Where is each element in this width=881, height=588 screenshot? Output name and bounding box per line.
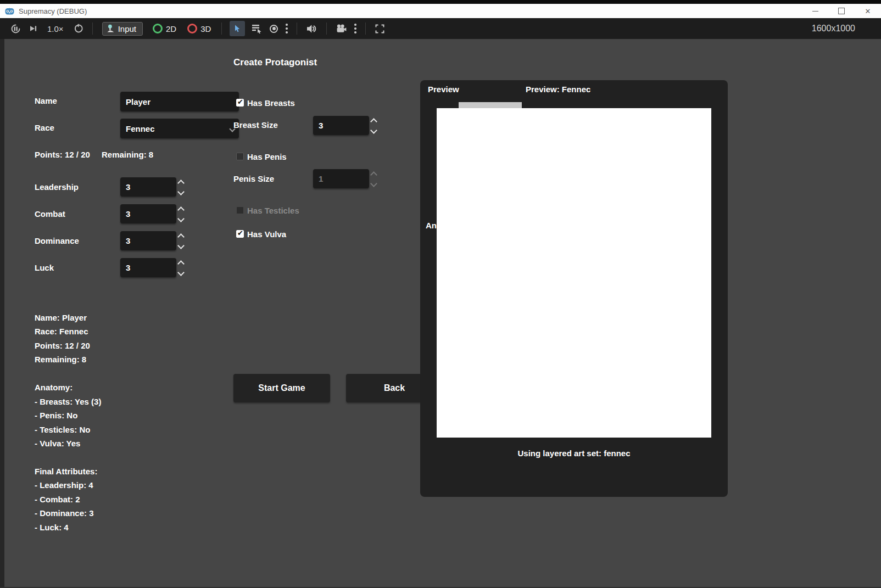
increment-icon[interactable] [177,233,185,240]
view-2d-button[interactable]: 2D [153,24,176,33]
decrement-icon [370,180,377,187]
attribute-label: Dominance [35,236,79,247]
fullscreen-icon [375,24,385,34]
has-penis-checkbox[interactable] [236,153,244,160]
summary-line: Remaining: 8 [35,352,101,366]
luck-stepper [179,261,183,275]
start-game-button[interactable]: Start Game [233,374,330,402]
godot-logo-icon [5,7,14,15]
decrement-icon[interactable] [177,242,185,249]
preview-tab-label: Preview [428,85,459,94]
points-label: Points: 12 / 20 [35,149,90,160]
increment-icon[interactable] [177,260,185,267]
input-mode-button[interactable]: Input [102,22,143,36]
has-breasts-checkbox[interactable] [236,99,244,107]
summary-line: - Testicles: No [35,423,101,436]
kebab-menu-icon [286,24,288,33]
camera-options-button[interactable] [354,24,356,33]
kebab-menu-icon [354,24,356,33]
node-picking-button[interactable] [252,24,262,33]
dominance-value: 3 [126,236,130,245]
next-frame-icon [29,24,37,33]
3d-ring-icon [187,24,197,33]
leadership-spinbox[interactable]: 3 [120,177,176,197]
luck-value: 3 [126,263,130,272]
has-penis-label: Has Penis [247,152,287,163]
2d-ring-icon [153,24,163,33]
has-vulva-checkbox[interactable] [236,230,244,238]
toolbar-separator [221,23,222,35]
attribute-label: Leadership [35,182,79,193]
window-title: Supremacy (DEBUG) [19,7,87,15]
name-input-value: Player [126,97,150,107]
luck-spinbox[interactable]: 3 [120,258,176,277]
window-controls: ✕ [802,4,881,18]
playback-speed-label[interactable]: 1.0× [47,24,64,33]
decrement-icon[interactable] [177,269,185,276]
page-title: Create Protagonist [233,57,317,68]
combat-spinbox[interactable]: 3 [120,204,176,223]
summary-line: - Luck: 4 [35,520,101,534]
summary-line [35,367,101,380]
increment-icon[interactable] [177,180,185,187]
dominance-stepper [179,234,183,248]
breast-size-label: Breast Size [233,120,278,131]
summary-line: Points: 12 / 20 [35,339,101,352]
viewport-left-edge [0,39,4,588]
embed-fullscreen-button[interactable] [375,24,385,34]
camera-override-button[interactable] [336,24,347,33]
select-mode-button[interactable] [230,21,245,36]
view-2d-label: 2D [166,24,176,33]
maximize-icon [838,8,845,14]
minimize-button[interactable] [802,4,828,18]
maximize-button[interactable] [828,4,855,18]
summary-line [35,451,101,464]
preview-panel: Preview Preview: Fennec An Using layered… [420,80,728,497]
race-dropdown[interactable]: Fennec [120,119,239,138]
joystick-icon [107,24,115,33]
restart-game-button[interactable] [74,24,83,33]
next-frame-button[interactable] [29,24,37,33]
penis-size-spinbox: 1 [313,169,369,188]
pause-game-button[interactable] [10,24,21,34]
dominance-spinbox[interactable]: 3 [120,231,176,250]
has-testicles-label: Has Testicles [247,205,299,216]
input-mode-label: Input [118,24,136,33]
view-3d-button[interactable]: 3D [187,24,211,33]
restart-icon [74,24,83,33]
mute-audio-button[interactable] [306,24,317,33]
decrement-icon[interactable] [370,127,377,134]
increment-icon[interactable] [177,206,185,214]
increment-icon[interactable] [370,118,377,125]
name-input[interactable]: Player [120,92,239,111]
view-3d-label: 3D [200,24,211,33]
character-summary: Name: Player Race: Fennec Points: 12 / 2… [35,311,101,534]
leadership-value: 3 [126,182,130,192]
game-viewport: Create Protagonist Name Player Has Breas… [0,39,881,588]
decrement-icon[interactable] [177,188,185,195]
pause-icon [10,24,21,34]
target-icon [270,25,278,33]
summary-line: Race: Fennec [35,324,101,338]
window-titlebar: Supremacy (DEBUG) ✕ [0,4,881,18]
leadership-stepper [179,181,183,194]
close-button[interactable]: ✕ [855,4,881,18]
summary-line: Name: Player [35,311,101,324]
minimize-icon [812,11,818,12]
character-preview-image [437,108,711,438]
close-icon: ✕ [865,8,871,15]
toolbar-separator [297,23,297,35]
summary-line: - Breasts: Yes (3) [35,395,101,408]
picking-target-button[interactable] [270,25,278,33]
decrement-icon[interactable] [177,215,185,222]
window-top-edge [0,0,881,4]
breast-size-value: 3 [319,121,323,130]
picking-options-button[interactable] [286,24,288,33]
breast-size-spinbox[interactable]: 3 [313,116,369,135]
toolbar-separator [92,23,93,35]
race-label: Race [35,122,54,133]
summary-line: Anatomy: [35,380,101,394]
summary-line: - Combat: 2 [35,492,101,506]
penis-size-value: 1 [319,174,323,183]
node-list-icon [252,24,262,33]
